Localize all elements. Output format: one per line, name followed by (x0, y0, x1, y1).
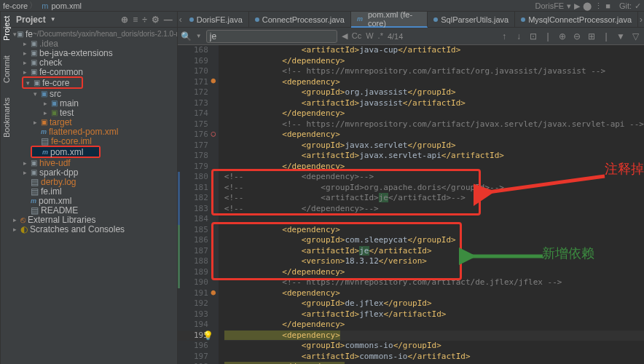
debug-icon[interactable]: ⬤ (583, 1, 592, 11)
annotation-comment-out: 注释掉 (605, 164, 644, 175)
find-select-icon[interactable]: ⊡ (527, 31, 539, 41)
find-sep2-icon: | (600, 31, 612, 41)
chevron-down-icon[interactable]: ▼ (50, 16, 56, 23)
more-run-icon[interactable]: ⋮ (594, 1, 602, 11)
chevron-down-icon[interactable]: ▾ (567, 1, 571, 11)
xml-icon: m (42, 1, 48, 10)
search-icon: 🔍 (181, 31, 192, 41)
collapse-icon[interactable]: ÷ (142, 15, 147, 25)
vcs-pull-icon[interactable]: ✓ (635, 1, 641, 11)
bulb-icon[interactable]: 💡 (203, 331, 213, 341)
find-filter-icon[interactable]: ▼ (615, 31, 627, 41)
find-add-icon[interactable]: ⊕ (557, 31, 568, 41)
module-name: fe-core (3, 1, 28, 10)
find-input[interactable] (206, 30, 337, 43)
find-remove-icon[interactable]: ⊖ (571, 31, 583, 41)
commit-tab[interactable]: Commit (2, 55, 11, 83)
find-words[interactable]: W (366, 31, 373, 41)
expand-icon[interactable]: ≡ (133, 15, 138, 25)
gutter[interactable]: ● ○ ● 168169170171 172173174175 17617717… (178, 45, 219, 364)
annotation-new-dep: 新增依赖 (542, 248, 594, 259)
project-title: Project (16, 15, 46, 25)
find-prev-icon[interactable]: ◀ (342, 31, 347, 41)
find-sep-icon: | (542, 31, 554, 41)
find-bar: 🔍 ▼ ◀ Cc W .* 4/14 ↑ ↓ ⊡ | ⊕ ⊖ ⊞ | ▼ ▽ (178, 28, 644, 45)
git-label: Git: (619, 1, 632, 10)
chevron-down-icon[interactable]: ▼ (196, 33, 202, 39)
find-all-icon[interactable]: ⊞ (586, 31, 597, 41)
find-up-icon[interactable]: ↑ (498, 31, 510, 41)
editor-tabs: ‹ DorisFE.java ConnectProcessor.java mpo… (178, 12, 644, 28)
project-tab[interactable]: Project (2, 16, 11, 41)
hide-icon[interactable]: — (164, 15, 173, 25)
run-config-select[interactable]: DorisFE (535, 1, 564, 10)
tree-fe-core: ▾▣fe-core (23, 78, 82, 87)
tab-mysqlconnect[interactable]: MysqlConnectProcessor.java (515, 12, 638, 28)
tab-connectprocessor[interactable]: ConnectProcessor.java (249, 12, 351, 28)
code-area: ● ○ ● 168169170171 172173174175 17617717… (178, 45, 644, 364)
tab-prev-icon[interactable]: ‹ (178, 15, 184, 25)
find-funnel-icon[interactable]: ▽ (629, 31, 641, 41)
title-bar: fe-core 〉 m pom.xml DorisFE ▾ ▶ ⬤ ⋮ ■ Gi… (0, 0, 644, 12)
project-tree[interactable]: ▾▣fe ~/Documents/yaxin/henan_doris/doris… (12, 28, 177, 364)
find-down-icon[interactable]: ↓ (513, 31, 525, 41)
select-opened-icon[interactable]: ⊕ (121, 15, 128, 25)
left-tool-strip: Bookmarks Commit Project (0, 12, 12, 364)
tab-next-icon[interactable]: › (638, 15, 644, 25)
project-header: Project ▼ ⊕ ≡ ÷ ⚙ — (12, 12, 177, 28)
settings-icon[interactable]: ⚙ (152, 15, 160, 25)
editor-area: ‹ DorisFE.java ConnectProcessor.java mpo… (178, 12, 644, 364)
project-panel: Project ▼ ⊕ ≡ ÷ ⚙ — ▾▣fe ~/Documents/yax… (12, 12, 178, 364)
tab-pom-xml[interactable]: mpom.xml (fe-core) (351, 12, 428, 28)
bookmarks-tab[interactable]: Bookmarks (2, 98, 11, 138)
stop-icon[interactable]: ■ (605, 1, 610, 10)
tree-pom-xml: mpom.xml (32, 147, 99, 157)
run-icon[interactable]: ▶ (574, 1, 580, 11)
code-editor[interactable]: <artifactId>java-cup</artifactId> </depe… (219, 45, 644, 364)
find-match-case[interactable]: Cc (352, 31, 361, 41)
find-regex[interactable]: .* (378, 31, 383, 41)
tab-dorisfe[interactable]: DorisFE.java (184, 12, 249, 28)
find-count: 4/14 (388, 32, 403, 41)
file-name: pom.xml (51, 1, 82, 10)
tab-sqlparser[interactable]: SqlParserUtils.java (428, 12, 515, 28)
